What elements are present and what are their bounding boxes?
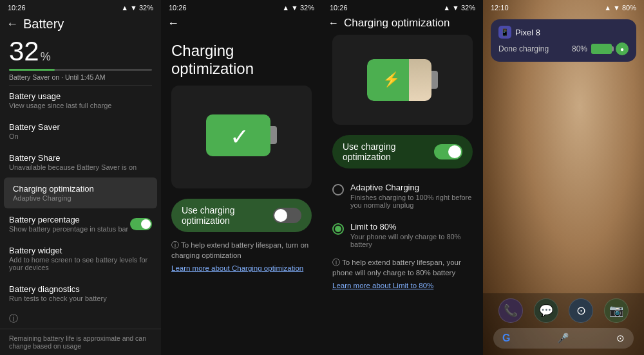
info-circle-icon-on: ⓘ [332,259,340,266]
adaptive-charging-radio[interactable] [332,184,344,196]
notif-app-icon: 📱 [498,26,511,39]
status-icons-1: ▲ ▼ 32% [121,4,153,12]
battery-diagnostics-item[interactable]: Battery diagnostics Run tests to check y… [0,278,161,309]
limit-80-label: Limit to 80% [350,222,473,232]
limit-80-radio[interactable] [332,223,344,235]
adaptive-charging-option[interactable]: Adaptive Charging Finishes charging to 1… [322,176,483,215]
battery-icon-2: ▼ 32% [291,4,314,12]
battery-share-title: Battery Share [9,153,152,163]
charging-opt-toggle-row-off[interactable]: Use charging optimization [171,199,312,232]
battery-widget-sub: Add to home screen to see battery levels… [9,256,152,271]
charging-opt-toggle-label-off: Use charging optimization [182,205,273,226]
learn-more-link-on[interactable]: Learn more about Limit to 80% [332,280,473,291]
back-button-3[interactable]: ← [328,17,339,29]
lockscreen-panel: 12:10 ▲ ▼ 80% 📱 Pixel 8 Done charging 80… [483,0,644,355]
charging-optimization-item[interactable]: Charging optimization Adaptive Charging [4,178,157,208]
charging-opt-toggle-on[interactable] [434,144,462,159]
battery-symbol: % [41,50,51,64]
wifi-signal-icon: ▲ [121,4,128,12]
battery-share-item[interactable]: Battery Share Unavailable because Batter… [0,147,161,178]
battery-widget-title: Battery widget [9,246,152,255]
signal-icon-4: ▲ [604,4,611,12]
notif-header: 📱 Pixel 8 [498,26,629,39]
google-search-bar[interactable]: G 🎤 ⊙ [493,328,634,349]
signal-icon-3: ▲ [443,4,450,12]
bottom-info-1: Remaining battery life is approximate an… [0,329,161,355]
signal-icon-2: ▲ [282,4,289,12]
info-text-on: To help extend battery lifespan, your ph… [332,259,461,277]
battery-settings-panel: 10:26 ▲ ▼ 32% ← Battery 32 % Battery Sav… [0,0,161,355]
battery-percentage-item[interactable]: Battery percentage Show battery percenta… [0,208,161,239]
battery-icon-1: ▼ 32% [130,4,153,12]
status-bar-3: 10:26 ▲ ▼ 32% [322,0,483,14]
battery-diag-sub: Run tests to check your battery [9,295,152,302]
notif-status-text: Done charging [498,44,549,53]
google-logo: G [502,332,510,344]
battery-icon-3: ▼ 32% [452,4,475,12]
top-bar-1: ← Battery [0,14,161,37]
learn-more-link-off[interactable]: Learn more about Charging optimization [171,263,312,273]
info-icon-1: ⓘ [9,313,18,323]
battery-saver-status: Battery Saver on · Until 1:45 AM [0,72,161,85]
chrome-icon: ⊙ [576,304,586,318]
limit-80-sub: Your phone will only charge to 80% batte… [350,233,473,248]
status-bar-1: 10:26 ▲ ▼ 32% [0,0,161,14]
charging-opt-toggle-off[interactable] [273,208,301,223]
info-section-off: ⓘ To help extend battery lifespan, turn … [161,240,322,273]
notif-device-name: Pixel 8 [515,28,540,37]
charging-opt-panel-on: 10:26 ▲ ▼ 32% ← Charging optimization ⚡ … [322,0,483,355]
battery-pct-toggle[interactable] [130,218,152,230]
toggle-knob-big-on [448,145,461,158]
messages-icon: 💬 [539,304,553,318]
battery-widget-item[interactable]: Battery widget Add to home screen to see… [0,239,161,278]
time-4: 12:10 [491,4,509,12]
charging-opt-title-on: Charging optimization [344,17,450,30]
toggle-knob-big-off [274,209,287,222]
battery-share-sub: Unavailable because Battery Saver is on [9,163,152,171]
status-bar-4: 12:10 ▲ ▼ 80% [483,0,644,14]
battery-graphic-off: ✓ [206,114,277,159]
charging-opt-toggle-row-on[interactable]: Use charging optimization [332,135,473,168]
adaptive-charging-text: Adaptive Charging Finishes charging to 1… [350,183,473,209]
charging-opt-panel-off: 10:26 ▲ ▼ 32% ← Charging optimization ✓ … [161,0,322,355]
info-section-on: ⓘ To help extend battery lifespan, your … [322,257,483,291]
battery-number: 32 [9,38,39,65]
top-bar-3: ← Charging optimization [322,14,483,35]
bolt-icon-on: ⚡ [383,71,400,88]
camera-icon: 📷 [609,304,623,318]
dock-bar: 📞 💬 ⊙ 📷 G 🎤 ⊙ [483,293,644,355]
notification-card[interactable]: 📱 Pixel 8 Done charging 80% ● [491,19,636,62]
notif-pct-text: 80% [572,44,587,53]
notif-toggle-dot[interactable]: ● [616,42,629,55]
camera-app-icon[interactable]: 📷 [604,298,629,323]
battery-illustration-on: ⚡ [332,35,473,125]
status-icons-2: ▲ ▼ 32% [282,4,314,12]
limit-80-option[interactable]: Limit to 80% Your phone will only charge… [322,215,483,255]
top-bar-2: ← [161,14,322,35]
status-bar-2: 10:26 ▲ ▼ 32% [161,0,322,14]
info-text-off: To help extend battery lifespan, turn on… [171,241,308,259]
toggle-knob-1 [141,219,151,229]
battery-graphic-on: ⚡ [367,59,438,101]
limit-80-text: Limit to 80% Your phone will only charge… [350,222,473,248]
app-dock-row: 📞 💬 ⊙ 📷 [493,298,634,323]
charging-opt-big-title: Charging optimization [161,35,322,86]
back-button-2[interactable]: ← [167,17,179,30]
battery-saver-sub: On [9,132,152,140]
mic-icon[interactable]: 🎤 [557,332,569,344]
battery-saver-item[interactable]: Battery Saver On [0,116,161,147]
back-button-1[interactable]: ← [6,17,18,31]
status-icons-3: ▲ ▼ 32% [443,4,475,12]
battery-percentage-display: 32 % [0,37,161,66]
time-1: 10:26 [8,4,26,12]
battery-progress-bar [9,69,152,71]
messages-app-icon[interactable]: 💬 [534,298,558,323]
battery-usage-item[interactable]: Battery usage View usage since last full… [0,85,161,116]
phone-app-icon[interactable]: 📞 [498,298,523,323]
lens-icon[interactable]: ⊙ [616,332,625,344]
battery-saver-title: Battery Saver [9,122,152,132]
chrome-app-icon[interactable]: ⊙ [569,298,593,323]
notif-battery-fill [593,45,610,53]
adaptive-charging-label: Adaptive Charging [350,183,473,192]
notif-battery-bar [591,44,612,54]
